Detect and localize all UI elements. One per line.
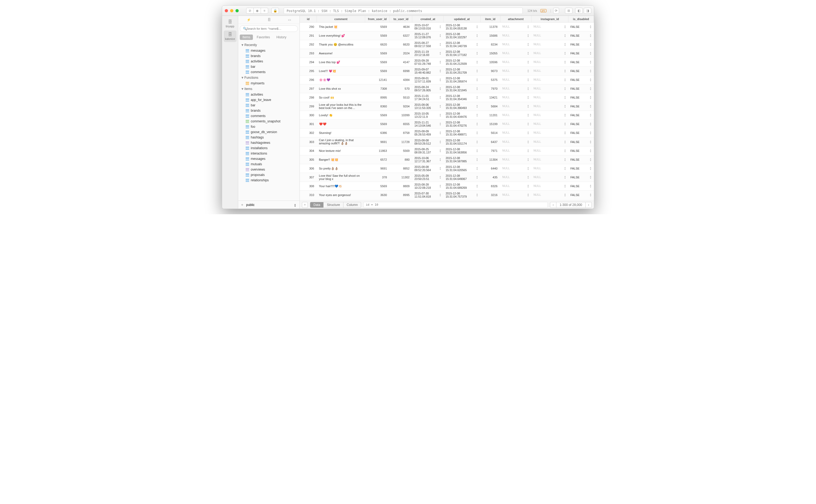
cell-from[interactable]: 6386 [365,129,389,137]
stepper-icon[interactable]: ▲▼ [527,113,529,117]
cell-id[interactable]: 300 [300,111,317,120]
stepper-icon[interactable]: ▲▼ [590,78,592,82]
stepper-icon[interactable]: ▲▼ [476,193,478,197]
cell-comment[interactable]: This jacket 💥 [317,22,365,31]
cell-created[interactable]: 2015-10-07 09:13:03.016▲▼ [412,22,444,31]
cell-disabled[interactable]: FALSE▲▼ [568,40,594,49]
stepper-icon[interactable]: ▲▼ [564,122,566,126]
cell-comment[interactable]: Lovely! 👏 [317,111,365,120]
stepper-icon[interactable]: ▲▼ [527,193,529,197]
stepper-icon[interactable]: ▲▼ [564,184,566,188]
cell-instagram[interactable]: NULL▲▼ [532,120,569,129]
cell-item[interactable]: 435 [480,173,500,182]
cell-created[interactable]: 2015-08-24 09:57:26.805▲▼ [412,84,444,93]
cell-created[interactable]: 2015-07-30 11:51:04.818▲▼ [412,191,444,200]
column-header-is_disabled[interactable]: is_disabled [568,16,594,22]
zoom-window-icon[interactable] [235,9,239,12]
cell-instagram[interactable]: NULL▲▼ [532,76,569,84]
cell-item[interactable]: 11378 [480,22,500,31]
stepper-icon[interactable]: ▲▼ [527,78,529,82]
cell-created[interactable]: 2015-08-01 12:57:11.839▲▼ [412,76,444,84]
cell-instagram[interactable]: NULL▲▼ [532,22,569,31]
tab-items[interactable]: Items [240,35,253,40]
cell-attachment[interactable]: NULL▲▼ [500,58,531,67]
terminal-icon[interactable]: ▭ [288,18,291,22]
cell-updated[interactable]: 2015-12-08 15:31:04.757379▲▼ [444,191,480,200]
stepper-icon[interactable]: ▲▼ [476,60,478,64]
stepper-icon[interactable]: ▲▼ [590,87,592,91]
cell-updated[interactable]: 2015-12-08 15:31:04.563856▲▼ [444,146,480,155]
cell-disabled[interactable]: FALSE▲▼ [568,155,594,164]
stepper-icon[interactable]: ▲▼ [564,87,566,91]
stepper-icon[interactable]: ▲▼ [439,34,441,37]
stepper-icon[interactable]: ▲▼ [590,43,592,46]
stepper-icon[interactable]: ▲▼ [564,25,566,29]
cell-from[interactable]: 5569 [365,22,389,31]
cell-item[interactable]: 6437 [480,137,500,146]
cell-to[interactable]: 8995 [389,191,412,200]
stepper-icon[interactable]: ▲▼ [564,193,566,197]
cell-instagram[interactable]: NULL▲▼ [532,40,569,49]
stepper-icon[interactable]: ▲▼ [476,96,478,99]
stepper-icon[interactable]: ▲▼ [439,167,441,170]
stepper-icon[interactable]: ▲▼ [527,122,529,126]
cell-disabled[interactable]: FALSE▲▼ [568,58,594,67]
cell-from[interactable]: 12141 [365,76,389,84]
cell-updated[interactable]: 2015-12-08 15:31:04.053138▲▼ [444,22,480,31]
stepper-icon[interactable]: ▲▼ [476,104,478,108]
cell-id[interactable]: 290 [300,22,317,31]
cell-attachment[interactable]: NULL▲▼ [500,84,531,93]
cell-attachment[interactable]: NULL▲▼ [500,76,531,84]
cell-from[interactable]: 5569 [365,58,389,67]
table-row[interactable]: 298So cool! 🙌899555102015-11-01 17:34:24… [300,93,594,102]
stepper-icon[interactable]: ▲▼ [527,158,529,161]
stepper-icon[interactable]: ▲▼ [439,149,441,153]
cell-updated[interactable]: 2015-12-08 15:31:04.649067▲▼ [444,173,480,182]
stepper-icon[interactable]: ▲▼ [564,140,566,144]
cell-attachment[interactable]: NULL▲▼ [500,173,531,182]
stepper-icon[interactable]: ▲▼ [590,113,592,117]
cell-comment[interactable]: 🌸🌸💜 [317,76,365,84]
cell-id[interactable]: 303 [300,137,317,146]
table-row[interactable]: 304Nice texture mix!1186355692015-08-25 … [300,146,594,155]
stepper-icon[interactable]: ▲▼ [527,87,529,91]
cell-item[interactable]: 5614 [480,129,500,137]
table-row[interactable]: 296🌸🌸💜1214143842015-08-01 12:57:11.839▲▼… [300,76,594,84]
table-row[interactable]: 297Love this shot xx73085702015-08-24 09… [300,84,594,93]
cell-attachment[interactable]: NULL▲▼ [500,93,531,102]
stepper-icon[interactable]: ▲▼ [564,149,566,153]
stepper-icon[interactable]: ▲▼ [590,69,592,73]
cell-id[interactable]: 291 [300,31,317,40]
stepper-icon[interactable]: ▲▼ [439,175,441,179]
cell-comment[interactable]: Love this shot xx [317,84,365,93]
stepper-icon[interactable]: ▲▼ [590,184,592,188]
stepper-icon[interactable]: ▲▼ [439,60,441,64]
stepper-icon[interactable]: ▲▼ [476,34,478,37]
cell-instagram[interactable]: NULL▲▼ [532,111,569,120]
table-row[interactable]: 300Lovely! 👏5569103992015-10-05 13:22:11… [300,111,594,120]
cell-updated[interactable]: 2015-12-08 15:31:04.390493▲▼ [444,102,480,111]
cell-id[interactable]: 305 [300,155,317,164]
cell-updated[interactable]: 2015-12-08 15:31:04.470276▲▼ [444,120,480,129]
cell-attachment[interactable]: NULL▲▼ [500,31,531,40]
stepper-icon[interactable]: ▲▼ [564,131,566,135]
add-item-button[interactable]: ＋ [240,202,244,207]
cell-disabled[interactable]: FALSE▲▼ [568,84,594,93]
cell-from[interactable]: 6572 [365,155,389,164]
cell-comment[interactable]: Love all your looks but this is the best… [317,102,365,111]
column-header-item_id[interactable]: item_id [480,16,500,22]
cell-created[interactable]: 2015-09-07 15:48:40.882▲▼ [412,67,444,76]
cell-comment[interactable]: So cool! 🙌 [317,93,365,102]
cell-updated[interactable]: 2015-12-08 15:31:04.531174▲▼ [444,137,480,146]
cell-attachment[interactable]: NULL▲▼ [500,49,531,58]
stepper-icon[interactable]: ▲▼ [476,113,478,117]
cell-updated[interactable]: 2015-12-08 15:31:04.354346▲▼ [444,93,480,102]
close-window-icon[interactable] [225,9,228,12]
cell-to[interactable]: 11728 [389,137,412,146]
column-header-instagram_id[interactable]: instagram_id [532,16,569,22]
cell-attachment[interactable]: NULL▲▼ [500,182,531,191]
cell-id[interactable]: 302 [300,129,317,137]
cell-comment[interactable]: Your hair!!!!!💙👏🏻 [317,182,365,191]
stepper-icon[interactable]: ▲▼ [527,184,529,188]
cell-to[interactable]: 9204 [389,102,412,111]
